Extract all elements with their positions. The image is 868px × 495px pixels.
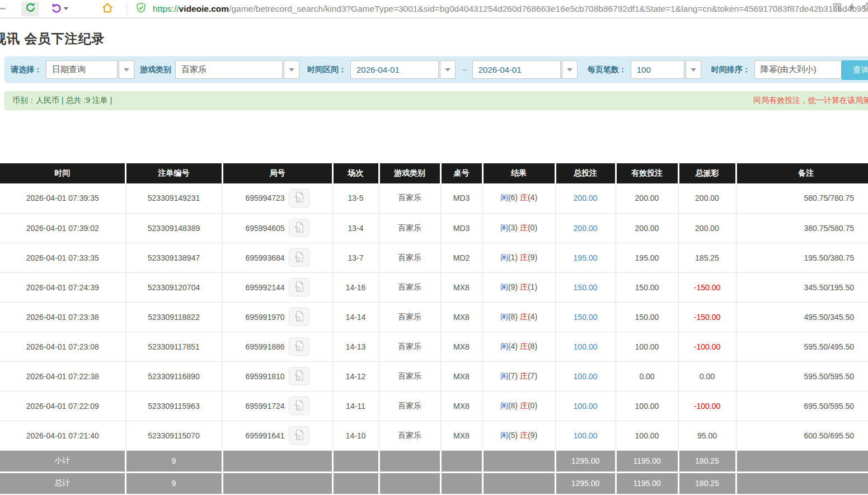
page-title: 视讯 会员下注纪录 [0,30,868,48]
total-label: 总计 [0,472,125,494]
search-button[interactable]: 查询 [841,60,868,80]
result-banker-score: (8) [528,342,537,351]
round-number: 695991810 [245,372,284,381]
url-scheme: https:// [153,4,179,13]
cell-bet-id: 523309115070 [125,421,222,450]
cell-table: MX8 [440,391,482,421]
video-file-icon [293,428,306,443]
result-player-score: (5) [508,431,518,440]
chevron-down-icon[interactable] [562,60,578,79]
video-replay-button[interactable] [289,219,309,237]
cell-session: 14-13 [332,332,379,361]
date-from-value: 2026-04-01 [350,60,439,79]
result-player-label: 闲 [500,282,508,291]
cell-time: 2026-04-01 07:22:38 [0,361,125,391]
subtotal-total-bet: 1295.00 [555,450,616,472]
total-bet-link[interactable]: 200.00 [574,224,598,233]
chevron-down-icon[interactable] [440,60,456,79]
total-bet-link[interactable]: 100.00 [574,372,598,381]
result-player-score: (8) [508,401,518,410]
video-file-icon [293,340,306,354]
result-banker-label: 庄 [520,282,528,291]
cell-bet-id: 523309115963 [125,391,222,421]
video-replay-button[interactable] [289,337,309,356]
result-player-score: (6) [508,193,518,202]
cell-payout: 95.00 [678,421,736,450]
date-to-select[interactable]: 2026-04-01 [472,60,578,79]
per-page-label: 每页笔数： [588,65,627,75]
bookmark-star-icon[interactable] [862,2,868,15]
result-player-score: (7) [508,371,518,380]
total-bet-link[interactable]: 150.00 [574,283,598,292]
sort-label: 时间排序： [711,65,750,75]
cell-round: 695991641 [222,421,332,450]
total-bet-link[interactable]: 150.00 [574,313,598,322]
query-type-select[interactable]: 日期查询 [46,60,134,79]
result-banker-score: (0) [528,401,537,410]
subtotal-payout: 180.25 [678,450,736,472]
video-replay-button[interactable] [289,189,309,208]
cell-payout: -100.00 [678,332,736,361]
cell-total-bet: 100.00 [555,361,616,391]
table-row: 2026-04-01 07:24:39523309120704695992144… [0,272,868,302]
result-banker-score: (0) [528,223,537,232]
result-banker-label: 庄 [520,312,528,321]
col-header-total-bet: 总投注 [555,163,616,183]
chevron-down-icon[interactable] [284,60,299,79]
cell-game: 百家乐 [379,421,440,450]
per-page-select[interactable]: 100 [631,60,701,79]
total-bet-link[interactable]: 200.00 [574,194,598,202]
subtotal-row: 小计 9 1295.00 1195.00 180.25 [0,450,868,472]
video-replay-button[interactable] [289,367,309,385]
total-bet-link[interactable]: 100.00 [574,431,598,440]
chevron-down-icon[interactable] [686,60,701,79]
table-row: 2026-04-01 07:22:09523309115963695991724… [0,391,868,421]
chevron-down-icon[interactable] [119,60,134,79]
date-to-value: 2026-04-01 [472,60,561,79]
video-replay-button[interactable] [289,248,309,267]
cell-table: MX8 [440,361,482,391]
address-bar[interactable]: https://videoie.com/game/betrecord_searc… [135,2,868,16]
refresh-button[interactable] [21,2,39,16]
cell-bet-id: 523309138947 [125,243,222,272]
table-row: 2026-04-01 07:33:35523309138947695993684… [0,243,868,272]
result-banker-score: (4) [528,312,537,321]
video-replay-button[interactable] [289,278,309,296]
cell-game: 百家乐 [379,391,440,421]
video-file-icon [293,280,306,295]
cell-game: 百家乐 [379,213,440,243]
qr-code-icon[interactable] [832,2,842,15]
col-header-time: 时间 [0,163,125,183]
table-row: 2026-04-01 07:39:02523309148389695994605… [0,213,868,243]
cell-total-bet: 200.00 [555,213,616,243]
cell-table: MX8 [440,302,482,332]
cell-round: 695991724 [222,391,332,421]
undo-button[interactable] [47,2,72,16]
total-bet-link[interactable]: 195.00 [574,253,598,262]
per-page-value: 100 [631,60,684,79]
result-player-label: 闲 [500,342,508,351]
undo-dropdown-caret [64,7,68,10]
cell-payout: 200.00 [678,213,736,243]
video-file-icon [293,399,306,413]
video-replay-button[interactable] [289,308,309,326]
cell-note: 345.50/195.50 [736,272,868,302]
lightning-icon[interactable] [847,2,857,15]
date-from-select[interactable]: 2026-04-01 [350,60,456,79]
currency-summary-text: 币别：人民币 | 总共 :9 注单 | [12,96,112,106]
result-player-score: (9) [508,282,518,291]
cell-result: 闲(4) 庄(8) [482,332,555,361]
video-replay-button[interactable] [289,397,309,415]
col-header-table: 桌号 [440,163,482,183]
cell-table: MD3 [440,213,482,243]
total-bet-link[interactable]: 100.00 [574,402,598,411]
total-bet-link[interactable]: 100.00 [574,342,598,351]
game-type-select[interactable]: 百家乐 [175,60,299,79]
bet-records-table: 时间 注单编号 局号 场次 游戏类别 桌号 结果 总投注 有效投注 总派彩 备注… [0,163,868,494]
cell-round: 695991810 [222,361,332,391]
video-replay-button[interactable] [289,426,309,445]
col-header-payout: 总派彩 [678,163,736,183]
home-button[interactable] [98,2,116,16]
toolbar-divider [126,3,127,15]
cell-bet-id: 523309149231 [125,183,222,213]
